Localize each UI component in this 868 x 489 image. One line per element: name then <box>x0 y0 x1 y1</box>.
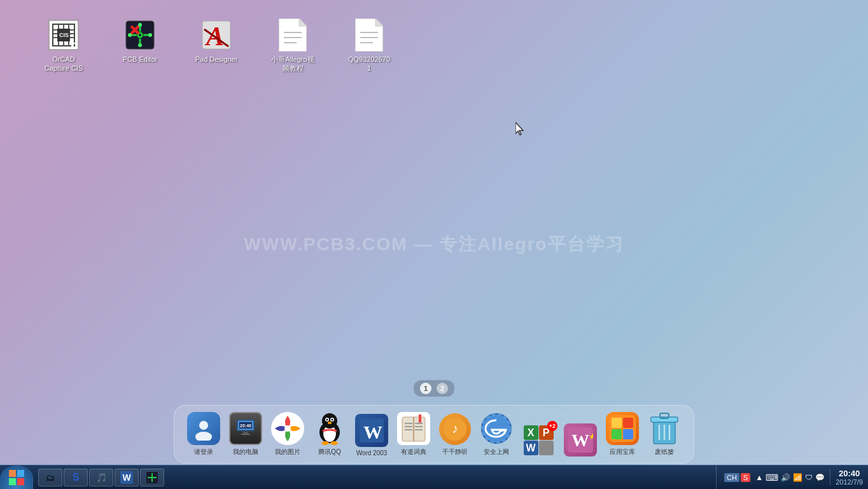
media-icon: 🎵 <box>95 471 108 484</box>
dock-label-my-pictures: 我的图片 <box>275 448 300 457</box>
dock-item-qq[interactable]: 腾讯QQ <box>311 411 349 458</box>
svg-marker-33 <box>299 18 307 26</box>
svg-rect-100 <box>17 470 24 477</box>
taskbar-app-explorer[interactable]: 🗂 <box>38 469 62 486</box>
desktop: WWW.PCB3.COM — 专注Allegro平台学习 <box>0 0 868 489</box>
sogou-icon: S <box>69 471 82 484</box>
qq-icon <box>314 412 346 445</box>
svg-text:W: W <box>571 430 589 450</box>
svg-marker-38 <box>375 18 383 26</box>
dock-label-cidian: 有道词典 <box>401 448 426 457</box>
dock-item-my-computer[interactable]: 20:40 我的电脑 <box>227 411 265 458</box>
quiet-icon: ♪ <box>442 416 468 442</box>
dock-item-recycle-bin[interactable]: 废纸篓 <box>645 411 683 458</box>
system-tray: CH S ▲ ⌨ 🔊 📶 🛡 💬 <box>716 465 830 489</box>
allegro-video-file-icon <box>279 18 307 52</box>
pcb-editor-label: PCB Editor <box>123 55 157 64</box>
start-button[interactable] <box>0 465 33 490</box>
dock-item-word-2003[interactable]: W Word 2003 <box>353 413 391 458</box>
system-clock[interactable]: 20:40 2012/7/9 <box>830 469 868 486</box>
dock-item-cidian[interactable]: 有道词典 <box>395 411 433 458</box>
clock-date: 2012/7/9 <box>836 478 863 486</box>
desktop-icon-orcad[interactable]: CIS OrCADCapture CIS <box>38 19 89 73</box>
mouse-cursor <box>515 122 523 134</box>
win-taskbar: 🗂 S 🎵 W <box>0 465 868 489</box>
my-pictures-icon <box>274 415 302 443</box>
watermark: WWW.PCB3.COM — 专注Allegro平台学习 <box>244 232 624 257</box>
taskbar-app-word[interactable]: W <box>115 469 139 486</box>
app-store-icon <box>609 415 636 442</box>
tray-security-icon[interactable]: 🛡 <box>805 473 813 482</box>
svg-point-43 <box>199 421 208 430</box>
svg-rect-50 <box>241 434 250 435</box>
page-indicators: 1 2 <box>414 380 454 397</box>
desktop-icon-qq-file[interactable]: QQ932026701 <box>344 19 395 73</box>
pad-designer-label: Pad Designer <box>195 55 238 64</box>
dock-item-office-apps[interactable]: X P W +2 <box>519 422 557 458</box>
desktop-icons-area: CIS OrCADCapture CIS <box>38 19 395 73</box>
svg-rect-99 <box>9 470 16 477</box>
svg-text:20:40: 20:40 <box>240 423 251 428</box>
svg-rect-49 <box>243 432 248 434</box>
dock-item-safe-online[interactable]: 安全上网 <box>477 411 515 458</box>
taskbar-app-media[interactable]: 🎵 <box>89 469 113 486</box>
svg-point-55 <box>322 413 337 429</box>
safe-online-icon <box>480 413 512 444</box>
pad-designer-icon-img: A <box>201 20 232 50</box>
tray-expand-icon[interactable]: ▲ <box>755 473 763 482</box>
desktop-icon-pcb-editor[interactable]: PCB Editor <box>115 19 165 64</box>
svg-rect-102 <box>17 478 24 485</box>
orcad-label: OrCADCapture CIS <box>45 55 83 73</box>
pcb-editor-icon-img <box>125 20 155 50</box>
desktop-icon-pad-designer[interactable]: A Pad Designer <box>191 19 242 64</box>
im-ch-indicator[interactable]: CH <box>724 473 739 482</box>
dock-label-my-computer: 我的电脑 <box>233 448 258 457</box>
dock-label-qq: 腾讯QQ <box>318 448 341 457</box>
dock-label-safe-online: 安全上网 <box>484 448 509 457</box>
svg-text:X: X <box>528 427 535 438</box>
svg-rect-101 <box>9 478 16 485</box>
desktop-icon-allegro-video[interactable]: 小哥Allegro视频教程 <box>267 19 318 73</box>
orcad-icon-img: CIS <box>48 20 79 50</box>
dock-item-quiet[interactable]: ♪ 千千静听 <box>437 412 473 458</box>
office-apps-badge: +2 <box>547 421 557 431</box>
dock-item-my-pictures[interactable]: 我的图片 <box>269 411 307 458</box>
cidian-icon <box>401 415 426 443</box>
taskbar-app-pcb[interactable] <box>140 469 164 486</box>
taskbar-dock: 请登录 20:40 我的电脑 <box>174 405 694 464</box>
tray-network-icon[interactable]: 📶 <box>793 473 802 482</box>
qq-file-label: QQ932026701 <box>348 55 390 73</box>
dock-item-app-store[interactable]: 应用宝库 <box>603 411 641 458</box>
dock-label-contacts: 请登录 <box>194 448 213 457</box>
svg-point-52 <box>284 425 291 432</box>
svg-point-28 <box>138 43 142 47</box>
word-star-icon: W <box>568 427 593 453</box>
dock-label-quiet: 千千静听 <box>442 448 468 457</box>
recycle-bin-icon <box>650 412 679 445</box>
dock-item-contacts[interactable]: 请登录 <box>185 411 223 458</box>
svg-point-61 <box>321 441 329 445</box>
tray-keyboard-icon[interactable]: ⌨ <box>766 472 778 483</box>
contacts-icon <box>192 416 216 441</box>
svg-point-62 <box>330 441 338 445</box>
pcb-task-icon <box>146 471 158 484</box>
dock-item-word-star[interactable]: W <box>561 422 599 458</box>
my-computer-icon: 20:40 <box>235 418 256 439</box>
taskbar-app-sogou[interactable]: S <box>64 469 88 486</box>
page-dot-2[interactable]: 2 <box>437 383 448 394</box>
tray-message-icon[interactable]: 💬 <box>815 473 825 482</box>
svg-point-58 <box>326 419 328 421</box>
svg-marker-67 <box>419 415 421 423</box>
taskbar-apps-area: 🗂 S 🎵 W <box>36 469 716 486</box>
dock-label-recycle-bin: 废纸篓 <box>655 448 674 457</box>
qq-file-icon <box>355 18 383 52</box>
svg-rect-92 <box>623 429 633 439</box>
svg-text:W: W <box>526 443 536 453</box>
page-dot-1[interactable]: 1 <box>420 383 431 394</box>
clock-time: 20:40 <box>839 469 860 478</box>
svg-point-60 <box>328 422 332 424</box>
input-method-area: CH S <box>722 473 753 482</box>
tray-volume-icon[interactable]: 🔊 <box>781 473 790 482</box>
svg-marker-42 <box>515 122 523 135</box>
im-s-indicator[interactable]: S <box>741 473 750 482</box>
